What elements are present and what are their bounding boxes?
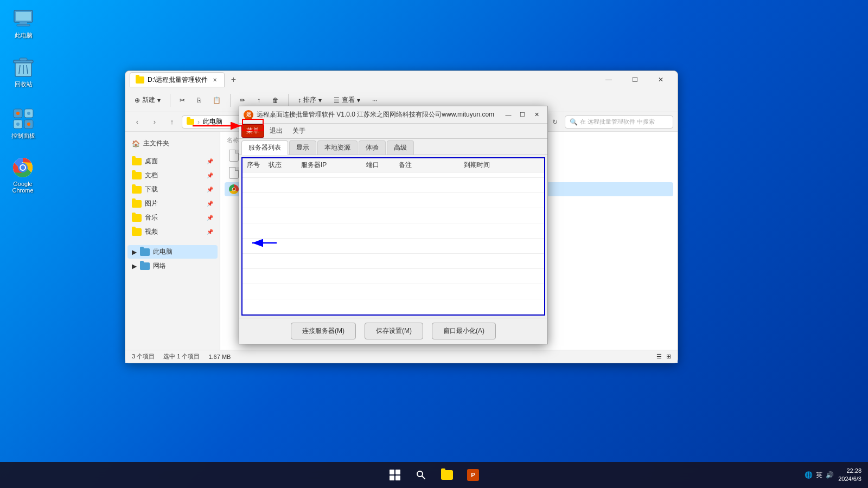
more-button[interactable]: ···: [367, 94, 382, 107]
refresh-button[interactable]: ↻: [547, 114, 563, 130]
remote-table-area: 序号 状态 服务器IP 端口 备注 到期时间: [241, 157, 545, 316]
separator-1: [170, 94, 170, 107]
pin-icon-docs: 📌: [207, 172, 213, 178]
desktop-icon-label-my-computer: 此电脑: [15, 31, 33, 40]
view-button[interactable]: ☰ 查看 ▾: [329, 93, 365, 107]
network-icon[interactable]: 🌐: [805, 471, 813, 479]
tab-folder-icon: [136, 76, 144, 84]
speaker-icon[interactable]: 🔊: [826, 471, 834, 479]
taskbar-clock[interactable]: 22:28 2024/6/3: [838, 467, 861, 484]
remote-maximize-btn[interactable]: ☐: [516, 109, 529, 121]
sidebar-item-videos[interactable]: 视频 📌: [127, 225, 218, 239]
delete-button[interactable]: 🗑: [267, 94, 284, 107]
close-button[interactable]: ✕: [648, 71, 673, 88]
taskbar: P 🌐 英 🔊 22:28 2024/6/3: [0, 462, 868, 488]
remote-app-icon: 远: [244, 110, 253, 120]
sort-icon: ↕: [298, 97, 301, 104]
taskbar-search-button[interactable]: [409, 463, 433, 487]
home-icon: 🏠: [132, 140, 140, 147]
search-icon: [416, 470, 426, 480]
sidebar-item-this-computer[interactable]: ▶ 此电脑: [127, 245, 218, 259]
pin-icon-downloads: 📌: [207, 187, 213, 192]
share-button[interactable]: ↑: [252, 94, 265, 107]
sidebar-item-music[interactable]: 音乐 📌: [127, 211, 218, 224]
save-settings-button[interactable]: 保存设置(M): [365, 323, 423, 339]
pin-icon-desktop: 📌: [207, 158, 213, 164]
remote-close-btn[interactable]: ✕: [530, 109, 543, 121]
paste-button[interactable]: 📋: [208, 94, 226, 107]
up-button[interactable]: ↑: [164, 114, 180, 130]
grid-view-icon[interactable]: ⊞: [666, 353, 671, 360]
remote-table-header: 序号 状态 服务器IP 端口 备注 到期时间: [242, 158, 544, 172]
search-placeholder: 在 远程批量管理软件 中搜索: [580, 118, 655, 126]
cut-button[interactable]: ✂: [175, 94, 190, 107]
tab-bar: D:\远程批量管理软件 ✕ +: [130, 72, 594, 87]
desktop-icon-my-computer[interactable]: 此电脑: [4, 5, 42, 42]
control-panel-icon: [12, 108, 34, 130]
tab-advanced[interactable]: 高级: [387, 140, 414, 155]
lang-indicator[interactable]: 英: [816, 471, 822, 480]
explorer-titlebar: D:\远程批量管理软件 ✕ + — ☐ ✕: [125, 71, 678, 88]
minimize-window-button[interactable]: 窗口最小化(A): [432, 323, 496, 339]
sidebar-item-pictures[interactable]: 图片 📌: [127, 197, 218, 210]
menu-item-exit[interactable]: 退出: [265, 125, 287, 137]
menu-item-main[interactable]: 菜单: [241, 124, 264, 138]
col-header-ip: 服务器IP: [301, 160, 366, 170]
status-bar: 3 个项目 选中 1 个项目 1.67 MB ☰ ⊞: [125, 350, 678, 363]
svg-rect-2: [20, 22, 27, 24]
tab-display[interactable]: 显示: [289, 140, 316, 155]
remote-minimize-btn[interactable]: —: [502, 109, 515, 121]
menu-item-about[interactable]: 关于: [288, 125, 310, 137]
minimize-button[interactable]: —: [596, 71, 621, 88]
chevron-view-icon: ▾: [357, 97, 360, 104]
desktop-icon-label-chrome: Google Chrome: [4, 181, 41, 194]
folder-icon-pictures: [132, 200, 142, 208]
connect-server-button[interactable]: 连接服务器(M): [291, 323, 356, 339]
search-bar[interactable]: 🔍 在 远程批量管理软件 中搜索: [565, 115, 673, 129]
separator-3: [288, 94, 289, 107]
sidebar-item-downloads[interactable]: 下载 📌: [127, 183, 218, 196]
svg-rect-1: [16, 12, 31, 21]
list-view-icon[interactable]: ☰: [656, 353, 662, 360]
tab-title: D:\远程批量管理软件: [148, 75, 208, 85]
status-selected: 选中 1 个项目: [163, 352, 200, 361]
tab-add-button[interactable]: +: [227, 73, 240, 86]
tab-server-list[interactable]: 服务器列表: [241, 140, 288, 155]
pin-icon-music: 📌: [207, 215, 213, 221]
sidebar-item-documents[interactable]: 文档 📌: [127, 169, 218, 182]
desktop-icon-recycle-bin[interactable]: 回收站: [4, 54, 42, 91]
sidebar-item-desktop[interactable]: 桌面 📌: [127, 155, 218, 168]
forward-button[interactable]: ›: [147, 114, 162, 130]
rename-button[interactable]: ✏: [235, 94, 250, 107]
status-count: 3 个项目: [132, 352, 155, 361]
desktop-icon-label-control: 控制面板: [11, 132, 35, 140]
tab-local-resources[interactable]: 本地资源: [317, 140, 358, 155]
copy-button[interactable]: ⎘: [192, 94, 206, 107]
delete-icon: 🗑: [272, 97, 279, 104]
taskbar-explorer-button[interactable]: [435, 463, 459, 487]
sidebar-item-main-folder[interactable]: 🏠 主文件夹: [127, 137, 218, 150]
ppt-icon: P: [467, 469, 479, 481]
desktop-icon-control-panel[interactable]: 控制面板: [4, 106, 42, 142]
search-icon: 🔍: [570, 118, 578, 126]
new-button[interactable]: ⊕ 新建 ▾: [130, 93, 165, 107]
tab-experience[interactable]: 体验: [359, 140, 386, 155]
maximize-button[interactable]: ☐: [622, 71, 647, 88]
col-header-status: 状态: [269, 160, 301, 170]
tab-close-button[interactable]: ✕: [211, 76, 219, 84]
start-button[interactable]: [383, 463, 407, 487]
taskbar-center: P: [383, 463, 485, 487]
desktop-icon-chrome[interactable]: Google Chrome: [2, 155, 43, 196]
back-button[interactable]: ‹: [130, 114, 145, 130]
sidebar-item-network[interactable]: ▶ 网络: [127, 259, 218, 273]
taskbar-time: 22:28: [838, 467, 861, 475]
status-right: ☰ ⊞: [656, 353, 671, 360]
taskbar-app-button[interactable]: P: [461, 463, 485, 487]
explorer-tab-active[interactable]: D:\远程批量管理软件 ✕: [130, 72, 225, 87]
sort-button[interactable]: ↕ 排序 ▾: [293, 93, 327, 107]
col-header-expire: 到期时间: [464, 160, 529, 170]
copy-icon: ⎘: [197, 97, 201, 104]
svg-line-27: [422, 476, 425, 479]
computer-icon: [12, 8, 34, 29]
new-icon: ⊕: [135, 97, 140, 104]
